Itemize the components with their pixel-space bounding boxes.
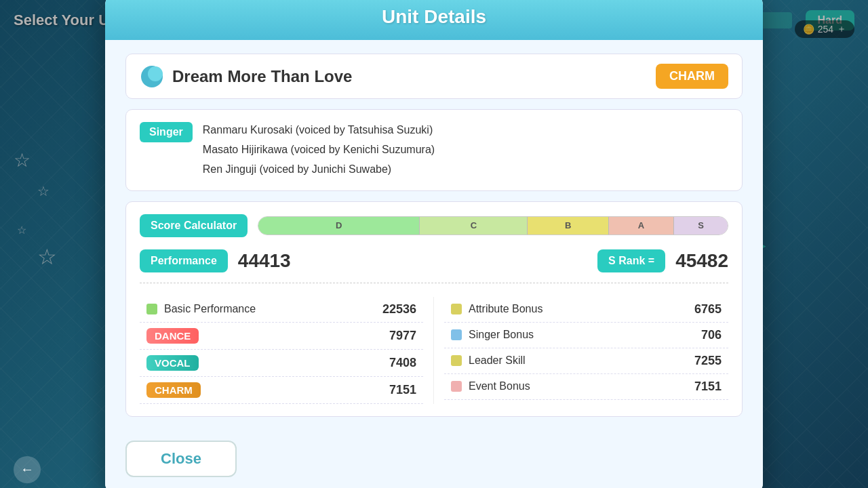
singer-names: Ranmaru Kurosaki (voiced by Tatsuhisa Su… [203,121,435,179]
stat-left-dance: DANCE [146,328,199,344]
stat-value-event: 7151 [694,380,722,394]
stat-left-vocal: VOCAL [146,355,199,371]
stat-value-leader: 7255 [694,354,722,368]
singer-label: Singer [140,122,193,142]
singer-name-2: Masato Hijirikawa (voiced by Kenichi Suz… [203,140,435,160]
bottom-bar: ← Start [0,451,868,488]
rank-a-segment: A [609,217,674,235]
singer-row: Singer Ranmaru Kurosaki (voiced by Tatsu… [125,109,743,190]
stat-value-vocal: 7408 [389,356,416,370]
stat-left-event: Event Bonus [451,380,530,392]
score-calculator-button[interactable]: Score Calculator [140,214,248,237]
stat-row-event: Event Bonus 7151 [444,374,728,400]
rank-s-segment: S [674,217,728,235]
song-type-icon [140,64,164,89]
rank-b-segment: B [528,217,609,235]
stat-label-attribute: Attribute Bonus [469,303,542,315]
modal-title: Unit Details [382,6,486,27]
stat-label-singer: Singer Bonus [469,329,534,341]
song-title-row: Dream More Than Love CHARM [125,54,743,99]
stats-grid: Basic Performance 22536 DANCE 7977 [140,297,728,404]
stat-row-leader: Leader Skill 7255 [444,348,728,374]
stat-value-charm: 7151 [389,383,416,397]
stat-left-charm: CHARM [146,382,201,398]
dance-tag: DANCE [146,328,199,344]
stat-value-attribute: 6765 [694,302,722,317]
stat-row-vocal: VOCAL 7408 [140,350,423,377]
rank-d-segment: D [258,217,420,235]
vocal-tag: VOCAL [146,355,199,371]
modal-header: Unit Details [105,0,763,40]
stat-left-basic: Basic Performance [146,303,256,315]
stat-value-singer: 706 [701,328,722,342]
srank-button[interactable]: S Rank = [597,249,665,272]
stats-col-right: Attribute Bonus 6765 Singer Bonus 706 [434,297,728,404]
srank-value: 45482 [675,250,728,272]
modal-body: Dream More Than Love CHARM Singer Ranmar… [105,40,763,433]
charm-badge-button[interactable]: CHARM [656,64,728,89]
rank-bar: D C B A S [258,216,728,235]
stat-dot-leader [451,355,462,366]
stat-value-basic: 22536 [382,302,416,317]
song-name: Dream More Than Love [172,67,352,86]
unit-details-modal: Unit Details Dream More Than Love CHARM … [105,0,763,488]
stat-label-basic: Basic Performance [164,303,256,315]
performance-value: 44413 [238,250,291,272]
stat-row-singer: Singer Bonus 706 [444,323,728,348]
stat-dot-basic [146,304,157,314]
stat-label-leader: Leader Skill [469,354,526,367]
stat-label-event: Event Bonus [469,380,530,392]
stat-dot-event [451,381,462,392]
svg-point-1 [148,66,163,81]
song-title-left: Dream More Than Love [140,64,352,89]
stat-row-charm: CHARM 7151 [140,377,423,404]
singer-name-3: Ren Jinguji (voiced by Junichi Suwabe) [203,160,435,180]
performance-button[interactable]: Performance [140,249,228,272]
stat-left-singer: Singer Bonus [451,329,534,341]
rank-c-segment: C [420,217,528,235]
modal-overlay: Unit Details Dream More Than Love CHARM … [0,0,868,488]
stat-row-basic: Basic Performance 22536 [140,297,423,323]
stat-dot-attribute [451,304,462,314]
stat-dot-singer [451,329,462,340]
stats-col-left: Basic Performance 22536 DANCE 7977 [140,297,434,404]
back-button[interactable]: ← [14,456,41,483]
performance-row: Performance 44413 S Rank = 45482 [140,249,728,283]
stat-row-attribute: Attribute Bonus 6765 [444,297,728,323]
stat-row-dance: DANCE 7977 [140,323,423,350]
stat-left-leader: Leader Skill [451,354,526,367]
charm-tag: CHARM [146,382,201,398]
score-top-row: Score Calculator D C B A S [140,214,728,237]
stat-left-attribute: Attribute Bonus [451,303,542,315]
score-section: Score Calculator D C B A S Performance 4… [125,201,743,417]
singer-name-1: Ranmaru Kurosaki (voiced by Tatsuhisa Su… [203,121,435,140]
stat-value-dance: 7977 [389,329,416,343]
